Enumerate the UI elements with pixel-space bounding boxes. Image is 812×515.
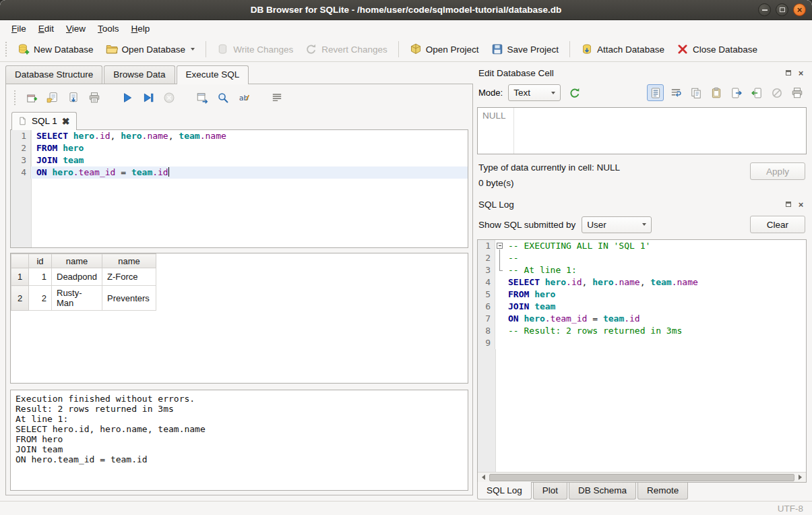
- sql-tab-close-icon[interactable]: ✖: [62, 117, 70, 126]
- mode-value: Text: [513, 88, 530, 98]
- execute-all-button[interactable]: [119, 89, 136, 107]
- cell-text-view-button[interactable]: [647, 84, 664, 101]
- code-line[interactable]: 5FROM hero: [478, 289, 806, 301]
- clear-button[interactable]: Clear: [750, 216, 805, 233]
- menu-item-help[interactable]: Help: [125, 21, 156, 36]
- sql-log-lines[interactable]: 1-- EXECUTING ALL IN 'SQL 1'2--3-- At li…: [478, 240, 806, 472]
- window-controls: ×: [758, 3, 806, 16]
- column-header-name-1[interactable]: name: [52, 254, 102, 268]
- sql-log-float-button[interactable]: [784, 200, 792, 209]
- cell-import-button[interactable]: [748, 84, 765, 101]
- word-wrap-button[interactable]: [268, 89, 286, 107]
- table-cell[interactable]: 1: [29, 268, 52, 286]
- menu-item-file[interactable]: File: [5, 21, 32, 36]
- table-cell[interactable]: Rusty-Man: [52, 286, 102, 311]
- autocomplete-button[interactable]: ab: [235, 89, 253, 107]
- code-line[interactable]: 2FROM hero: [11, 142, 468, 154]
- scroll-left-button[interactable]: [478, 473, 489, 482]
- menu-item-tools[interactable]: Tools: [92, 21, 125, 36]
- dropdown-caret-icon: [191, 48, 195, 51]
- new-tab-icon: [26, 92, 38, 104]
- edit-cell-close-button[interactable]: ×: [797, 69, 805, 78]
- code-line[interactable]: 1SELECT hero.id, hero.name, team.name: [11, 130, 468, 142]
- menu-item-view[interactable]: View: [60, 21, 92, 36]
- table-cell[interactable]: Z-Force: [102, 268, 156, 286]
- sql-log-close-button[interactable]: ×: [797, 200, 805, 209]
- auto-apply-button[interactable]: [566, 84, 583, 101]
- execute-current-line-button[interactable]: [139, 89, 157, 107]
- line-number: 2: [478, 252, 495, 264]
- maximize-button[interactable]: [776, 3, 788, 16]
- table-cell[interactable]: Preventers: [102, 286, 156, 311]
- save-sql-file-button[interactable]: [65, 89, 82, 107]
- sql-tab[interactable]: SQL 1 ✖: [11, 112, 77, 130]
- cell-print-button[interactable]: [788, 84, 805, 101]
- column-header-name-2[interactable]: name: [102, 254, 156, 268]
- close-database-button[interactable]: Close Database: [671, 40, 763, 59]
- code-line[interactable]: 3-- At line 1:: [478, 264, 806, 276]
- close-icon: ×: [799, 200, 804, 209]
- new-database-button[interactable]: New Database: [12, 40, 99, 59]
- code-line[interactable]: 1-- EXECUTING ALL IN 'SQL 1': [478, 240, 806, 252]
- find-replace-button[interactable]: [214, 89, 232, 107]
- mode-select[interactable]: Text: [508, 84, 561, 101]
- cell-copy-button[interactable]: [687, 84, 704, 101]
- menu-item-edit[interactable]: Edit: [32, 21, 60, 36]
- app-window: DB Browser for SQLite - /home/user/code/…: [0, 0, 812, 515]
- results-corner-cell: [11, 254, 29, 268]
- dock-tab-remote[interactable]: Remote: [637, 483, 688, 499]
- table-cell[interactable]: Deadpond: [52, 268, 102, 286]
- toolbar-separator: [569, 41, 570, 57]
- table-cell[interactable]: 2: [29, 286, 52, 311]
- titlebar[interactable]: DB Browser for SQLite - /home/user/code/…: [0, 0, 812, 20]
- close-icon: ×: [797, 5, 803, 14]
- line-number: 2: [11, 142, 31, 154]
- dock-tab-sql-log[interactable]: SQL Log: [477, 482, 532, 499]
- open-project-button[interactable]: Open Project: [404, 40, 485, 59]
- tab-browse-data[interactable]: Browse Data: [104, 65, 175, 84]
- minimize-button[interactable]: [758, 3, 771, 16]
- tab-execute-sql[interactable]: Execute SQL: [177, 65, 249, 84]
- open-sql-file-button[interactable]: [44, 89, 61, 107]
- word-wrap-icon: [271, 92, 283, 104]
- print-button[interactable]: [86, 89, 103, 107]
- column-header-id-0[interactable]: id: [29, 254, 52, 268]
- dock-tab-db-schema[interactable]: DB Schema: [569, 483, 636, 499]
- edit-cell-float-button[interactable]: [784, 69, 792, 78]
- dock-tab-plot[interactable]: Plot: [533, 483, 567, 499]
- new-tab-button[interactable]: [23, 89, 40, 107]
- open-database-button[interactable]: Open Database: [100, 40, 201, 59]
- cell-paste-button[interactable]: [708, 84, 724, 101]
- code-line[interactable]: 3JOIN team: [11, 154, 468, 166]
- code-line[interactable]: 9: [478, 337, 806, 349]
- close-button[interactable]: ×: [793, 3, 806, 16]
- fold-marker[interactable]: [495, 240, 504, 252]
- attach-database-button[interactable]: Attach Database: [575, 40, 670, 59]
- horizontal-scrollbar[interactable]: [478, 472, 806, 482]
- filter-select[interactable]: User: [582, 216, 652, 233]
- code-line[interactable]: 6JOIN team: [478, 301, 806, 313]
- code-line[interactable]: 8-- Result: 2 rows returned in 3ms: [478, 325, 806, 337]
- code-line[interactable]: 2--: [478, 252, 806, 264]
- scrollbar-thumb[interactable]: [489, 474, 794, 481]
- cell-editor[interactable]: NULL: [477, 107, 807, 154]
- apply-button[interactable]: Apply: [750, 162, 805, 180]
- row-number[interactable]: 1: [11, 268, 29, 286]
- toolbar-separator: [398, 41, 399, 57]
- auto-apply-icon: [569, 87, 581, 99]
- cell-export-button[interactable]: [728, 84, 745, 101]
- scroll-right-button[interactable]: [795, 473, 805, 482]
- encoding-indicator[interactable]: UTF-8: [778, 504, 803, 514]
- export-sql-button[interactable]: [193, 89, 211, 107]
- code-line[interactable]: 7ON hero.team_id = team.id: [478, 313, 806, 325]
- cell-wrap-button[interactable]: [667, 84, 684, 101]
- save-sql-file-icon: [67, 92, 80, 104]
- row-number[interactable]: 2: [11, 286, 29, 311]
- cell-null-button[interactable]: [768, 84, 785, 101]
- tab-database-structure[interactable]: Database Structure: [5, 65, 102, 84]
- code-line[interactable]: 4ON hero.team_id = team.id: [11, 166, 468, 179]
- cell-export-icon: [730, 87, 743, 99]
- save-project-button[interactable]: Save Project: [486, 40, 565, 59]
- code-line[interactable]: 4SELECT hero.id, hero.name, team.name: [478, 276, 806, 289]
- sql-editor[interactable]: 1SELECT hero.id, hero.name, team.name2FR…: [10, 129, 468, 248]
